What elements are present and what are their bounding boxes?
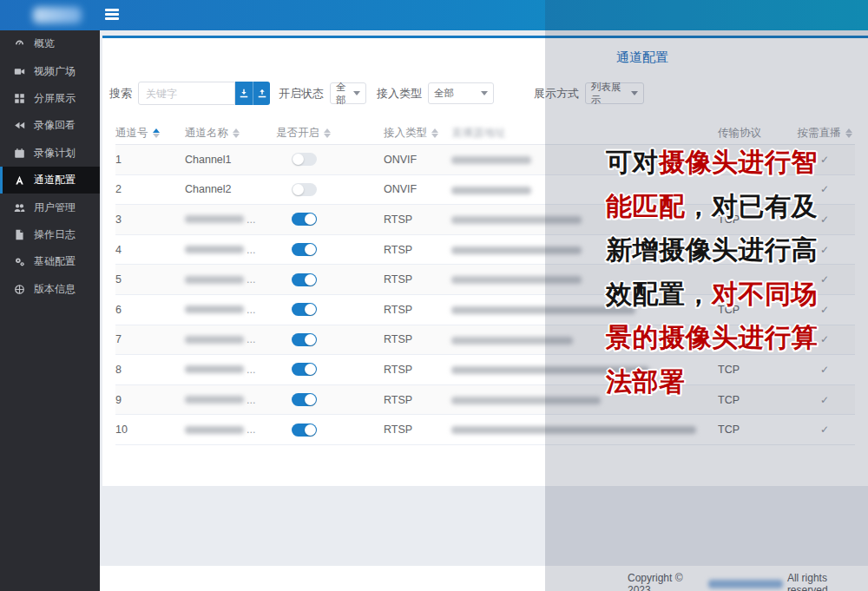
column-header[interactable]: 通道号 [115, 126, 185, 141]
sort-icon[interactable] [845, 128, 852, 139]
website-link [708, 580, 783, 588]
sidebar-item-1[interactable]: 概览 [0, 30, 100, 57]
enabled-cell [276, 183, 365, 196]
access-type-cell: RTSP [365, 304, 451, 316]
enable-toggle[interactable] [292, 243, 317, 256]
sort-icon[interactable] [324, 128, 331, 139]
chevron-down-icon [481, 91, 488, 95]
calendar-icon [14, 148, 25, 159]
enabled-cell [276, 424, 365, 437]
column-header[interactable]: 通道名称 [185, 126, 276, 141]
chevron-down-icon [631, 91, 638, 95]
channel-icon [14, 174, 25, 186]
sidebar-item-7[interactable]: 用户管理 [0, 194, 100, 220]
footer: Copyright © 2023 All rights reserved. [100, 566, 868, 591]
annotation-line: 效配置，对不同场 [606, 273, 866, 317]
annotation-line: 能匹配，对已有及 [606, 185, 866, 229]
channel-number-cell: 2 [115, 183, 185, 195]
column-header[interactable]: 按需直播 [794, 126, 855, 141]
column-label: 通道名称 [185, 126, 228, 141]
sidebar-item-6[interactable]: 通道配置 [0, 167, 100, 194]
channel-name-cell: Channel2 [185, 183, 276, 195]
status-select-value: 全部 [336, 81, 348, 107]
stream-url-cell [451, 424, 718, 436]
enabled-cell [276, 243, 365, 256]
channel-name-masked: ... [185, 424, 276, 436]
sort-icon[interactable] [233, 128, 240, 139]
sidebar-item-9[interactable]: 基础配置 [0, 248, 100, 275]
channel-name-cell: ... [185, 304, 276, 316]
channel-number-cell: 10 [115, 424, 185, 436]
import-button[interactable] [235, 82, 253, 105]
display-mode-value: 列表展示 [591, 81, 626, 107]
copyright-prefix: Copyright © 2023 [628, 572, 704, 591]
download-icon [239, 89, 249, 99]
enabled-cell [276, 303, 365, 316]
hamburger-menu-icon[interactable] [105, 9, 119, 21]
sidebar-item-4[interactable]: 录像回看 [0, 112, 100, 139]
search-input[interactable] [138, 82, 235, 105]
annotation-line: 景的摄像头进行算 [606, 316, 866, 360]
column-header[interactable]: 接入类型 [365, 126, 451, 141]
annotation-line: 法部署 [606, 360, 866, 404]
access-type-cell: RTSP [365, 364, 451, 376]
access-type-cell: RTSP [365, 273, 451, 286]
channel-name-cell: ... [185, 424, 276, 436]
grid-icon [14, 93, 25, 104]
sort-icon[interactable] [153, 128, 160, 139]
channel-name-cell: ... [185, 213, 276, 226]
filter-toolbar: 搜索 开启状态 全部 接入类型 [102, 82, 868, 105]
enabled-cell [276, 363, 365, 376]
enable-toggle[interactable] [292, 153, 317, 166]
display-mode-select[interactable]: 列表展示 [585, 82, 644, 104]
copyright-suffix: All rights reserved. [787, 572, 868, 591]
enable-toggle[interactable] [292, 333, 317, 346]
sidebar-item-label: 视频广场 [34, 64, 76, 79]
channel-name-cell: ... [185, 333, 276, 345]
enable-toggle[interactable] [292, 303, 317, 316]
type-select-value: 全部 [434, 87, 454, 100]
sidebar-item-2[interactable]: 视频广场 [0, 57, 100, 84]
chevron-down-icon [353, 91, 360, 95]
enable-toggle[interactable] [292, 273, 317, 286]
column-label: 直播源地址 [451, 126, 506, 141]
app-logo [33, 7, 82, 23]
access-type-cell: RTSP [365, 333, 451, 345]
sidebar-item-label: 版本信息 [34, 282, 76, 297]
enable-toggle[interactable] [292, 183, 317, 196]
access-type-cell: ONVIF [365, 183, 451, 195]
channel-number-cell: 3 [115, 213, 185, 226]
channel-name-masked: ... [185, 364, 276, 376]
sidebar-item-5[interactable]: 录像计划 [0, 140, 100, 167]
sort-icon[interactable] [431, 128, 438, 139]
sidebar-item-label: 用户管理 [34, 200, 76, 215]
sidebar-item-8[interactable]: 操作日志 [0, 221, 100, 248]
enable-toggle[interactable] [292, 424, 317, 437]
access-type-cell: RTSP [365, 424, 451, 436]
top-bar [0, 0, 868, 30]
export-button[interactable] [253, 82, 270, 105]
column-label: 传输协议 [718, 126, 761, 141]
enabled-cell [276, 213, 365, 226]
column-header: 传输协议 [718, 126, 794, 141]
enable-toggle[interactable] [292, 363, 317, 376]
enabled-cell [276, 333, 365, 346]
enable-toggle[interactable] [292, 393, 317, 406]
status-select[interactable]: 全部 [330, 82, 366, 104]
copyright-text: Copyright © 2023 All rights reserved. [628, 572, 868, 591]
column-label: 按需直播 [798, 126, 841, 141]
channel-number-cell: 9 [115, 394, 185, 406]
type-filter-label: 接入类型 [377, 86, 422, 102]
channel-name-cell: ... [185, 364, 276, 376]
channel-name-masked: ... [185, 213, 276, 226]
enable-toggle[interactable] [292, 213, 317, 226]
enabled-cell [276, 153, 365, 166]
log-icon [14, 229, 25, 240]
enabled-cell [276, 273, 365, 286]
sidebar-item-3[interactable]: 分屏展示 [0, 85, 100, 112]
search-label: 搜索 [109, 86, 132, 102]
sidebar-item-10[interactable]: 版本信息 [0, 276, 100, 303]
column-header[interactable]: 是否开启 [276, 126, 365, 141]
gauge-icon [14, 38, 25, 49]
type-select[interactable]: 全部 [428, 82, 494, 104]
